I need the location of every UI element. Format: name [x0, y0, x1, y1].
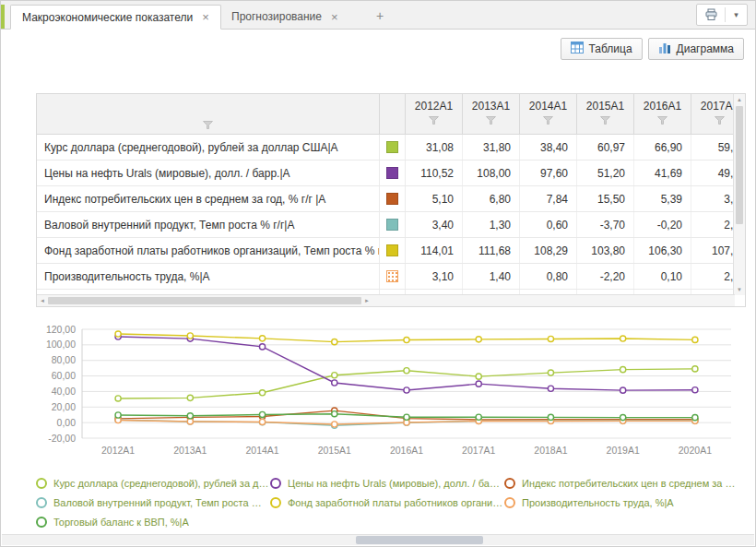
column-header[interactable]: 2012A1	[406, 94, 463, 135]
series-color-swatch	[386, 270, 398, 282]
window-horizontal-scrollbar[interactable]	[2, 534, 754, 545]
value-cell[interactable]: 59,3	[691, 135, 735, 160]
table-horizontal-scrollbar[interactable]: ◄ ►	[37, 294, 735, 306]
row-label-cell[interactable]: Индекс потребительских цен в среднем за …	[37, 186, 380, 211]
tab-macro-indicators[interactable]: Макроэкономические показатели ×	[10, 5, 221, 30]
legend-item[interactable]: Индекс потребительских цен в среднем за …	[504, 473, 738, 493]
row-label-cell[interactable]: Производительность труда, %|А	[37, 264, 380, 289]
value-cell[interactable]: 60,97	[577, 135, 634, 160]
row-label-cell[interactable]: Курс доллара (среднегодовой), рублей за …	[37, 135, 380, 160]
table-view-button[interactable]: Таблица	[561, 38, 643, 60]
value-cell[interactable]: -2,20	[577, 264, 634, 289]
value-cell[interactable]: 3,8	[691, 186, 735, 211]
row-label-cell[interactable]: Фонд заработной платы работников организ…	[37, 238, 380, 263]
value-cell[interactable]: 110,52	[406, 161, 463, 185]
value-cell[interactable]: 51,20	[577, 161, 634, 185]
data-point-marker	[115, 331, 121, 337]
data-point-marker	[332, 411, 337, 417]
scroll-right-icon[interactable]: ►	[361, 298, 372, 303]
value-cell[interactable]: 0,80	[520, 264, 577, 289]
scroll-down-icon[interactable]: ▼	[734, 284, 745, 295]
value-cell[interactable]: 107,1	[691, 238, 735, 263]
value-cell[interactable]: -0,20	[634, 212, 691, 237]
row-label-cell[interactable]: Валовой внутренний продукт, Темп роста %…	[37, 212, 380, 237]
row-label-cell[interactable]: Цены на нефть Urals (мировые), долл. / б…	[37, 161, 380, 185]
value-cell[interactable]: 1,40	[463, 264, 520, 289]
x-tick-label: 2014A1	[245, 445, 278, 456]
value-cell[interactable]: 6,80	[463, 186, 520, 211]
tab-forecasting[interactable]: Прогнозирование ×	[220, 5, 349, 29]
column-header-label: 2016A1	[644, 94, 681, 113]
scroll-left-icon[interactable]: ◄	[37, 298, 48, 303]
new-tab-button[interactable]: +	[370, 6, 390, 25]
scroll-up-icon[interactable]: ▲	[734, 94, 745, 105]
value-cell[interactable]: 2,1	[691, 212, 735, 237]
column-header[interactable]: 2015A1	[577, 94, 634, 135]
column-header-label: 2014A1	[529, 94, 567, 113]
data-point-marker	[259, 344, 265, 350]
value-cell[interactable]: 108,00	[463, 161, 520, 185]
column-header[interactable]: 2017A1	[691, 94, 735, 135]
table-row: Индекс потребительских цен в среднем за …	[37, 186, 735, 212]
legend-item[interactable]: Фонд заработной платы работников организ…	[270, 493, 504, 512]
column-header[interactable]: 2013A1	[463, 94, 520, 135]
value-cell[interactable]: 38,40	[520, 135, 577, 160]
filter-icon[interactable]	[429, 116, 439, 125]
filter-icon[interactable]	[600, 116, 610, 125]
tab-close-icon[interactable]: ×	[331, 11, 338, 23]
value-cell[interactable]: 3,40	[406, 212, 463, 237]
series-color-swatch	[386, 219, 398, 231]
legend-item[interactable]: Цены на нефть Urals (мировые), долл. / б…	[270, 473, 504, 493]
table-icon	[571, 42, 584, 56]
data-point-marker	[115, 412, 121, 418]
value-cell[interactable]: 41,69	[634, 161, 691, 185]
scrollbar-thumb[interactable]	[356, 536, 484, 544]
filter-icon[interactable]	[486, 116, 496, 125]
value-cell[interactable]: 3,10	[406, 264, 463, 289]
filter-icon[interactable]	[203, 121, 213, 129]
data-point-marker	[187, 395, 193, 400]
legend-item[interactable]: Производительность труда, %|А	[504, 493, 738, 512]
value-cell[interactable]: 108,29	[520, 238, 577, 263]
data-point-marker	[332, 380, 337, 386]
value-cell[interactable]: 97,60	[520, 161, 577, 185]
column-header-indicator[interactable]	[37, 94, 380, 135]
data-point-marker	[404, 368, 409, 374]
filter-icon[interactable]	[543, 116, 553, 125]
x-tick-label: 2012A1	[101, 445, 135, 456]
value-cell[interactable]: 2,0	[691, 264, 735, 289]
tab-close-icon[interactable]: ×	[202, 11, 209, 23]
value-cell[interactable]: 66,90	[634, 135, 691, 160]
table-vertical-scrollbar[interactable]: ▲ ▼	[733, 94, 745, 295]
column-header[interactable]: 2014A1	[520, 94, 577, 135]
legend-item[interactable]: Торговый баланс к ВВП, %|А	[36, 512, 270, 531]
value-cell[interactable]: 5,39	[634, 186, 691, 211]
value-cell[interactable]: 1,30	[463, 212, 520, 237]
filter-icon[interactable]	[715, 116, 725, 125]
chart-view-button[interactable]: Диаграмма	[648, 38, 744, 60]
value-cell[interactable]: 15,50	[577, 186, 634, 211]
x-tick-label: 2019A1	[607, 445, 640, 456]
legend-label: Индекс потребительских цен в среднем за …	[522, 478, 738, 489]
value-cell[interactable]: 31,80	[463, 135, 520, 160]
scrollbar-thumb[interactable]	[48, 297, 361, 304]
value-cell[interactable]: 49,8	[691, 161, 735, 185]
value-cell[interactable]: 31,08	[406, 135, 463, 160]
value-cell[interactable]: 103,80	[577, 238, 634, 263]
value-cell[interactable]: 111,68	[463, 238, 520, 263]
legend-item[interactable]: Валовой внутренний продукт, Темп роста %…	[36, 493, 270, 512]
filter-icon[interactable]	[657, 116, 667, 125]
tab-label: Макроэкономические показатели	[22, 11, 193, 24]
value-cell[interactable]: 0,10	[634, 264, 691, 289]
column-header[interactable]: 2016A1	[634, 94, 691, 135]
scrollbar-thumb[interactable]	[736, 106, 743, 224]
print-button[interactable]: ▾	[696, 4, 748, 26]
legend-item[interactable]: Курс доллара (среднегодовой), рублей за …	[36, 473, 270, 493]
value-cell[interactable]: 5,10	[406, 186, 463, 211]
value-cell[interactable]: 114,01	[406, 238, 463, 263]
value-cell[interactable]: 7,84	[520, 186, 577, 211]
value-cell[interactable]: 0,60	[520, 212, 577, 237]
value-cell[interactable]: 106,30	[634, 238, 691, 263]
value-cell[interactable]: -3,70	[577, 212, 634, 237]
data-point-marker	[620, 414, 626, 420]
